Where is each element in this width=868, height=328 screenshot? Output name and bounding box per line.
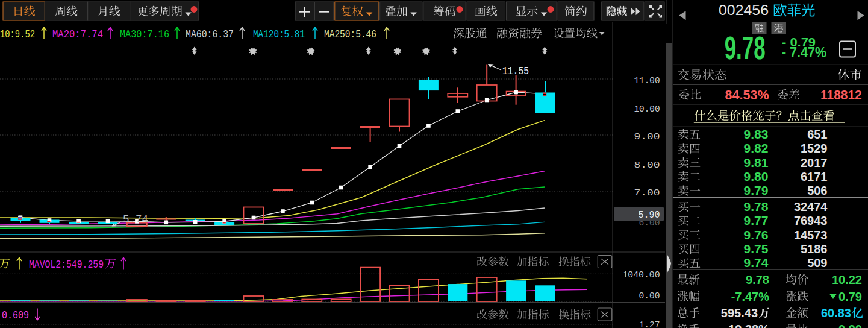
svg-text:7.00: 7.00 bbox=[634, 188, 660, 198]
svg-text:9.76: 9.76 bbox=[744, 229, 769, 242]
svg-text:10.00: 10.00 bbox=[634, 104, 660, 115]
svg-text:84.53%: 84.53% bbox=[725, 87, 769, 102]
svg-text:19.38%: 19.38% bbox=[728, 323, 769, 328]
svg-text:9.75: 9.75 bbox=[744, 242, 769, 256]
svg-text:10:9.52: 10:9.52 bbox=[0, 28, 35, 41]
svg-text:9.78: 9.78 bbox=[725, 30, 766, 66]
svg-text:1.27: 1.27 bbox=[639, 320, 660, 328]
svg-text:5.90: 5.90 bbox=[639, 209, 660, 221]
svg-text:506: 506 bbox=[807, 184, 827, 197]
svg-text:9.79: 9.79 bbox=[744, 184, 769, 197]
svg-text:5186: 5186 bbox=[801, 242, 828, 256]
svg-text:9.82: 9.82 bbox=[744, 142, 769, 155]
svg-text:-7.47%: -7.47% bbox=[731, 290, 770, 303]
svg-text:5.74: 5.74 bbox=[123, 213, 148, 226]
svg-text:0.90: 0.90 bbox=[838, 323, 862, 328]
svg-text:11.55: 11.55 bbox=[502, 65, 529, 78]
svg-text:60.83: 60.83 bbox=[821, 306, 851, 320]
svg-text:10.22: 10.22 bbox=[832, 273, 862, 286]
svg-text:32474: 32474 bbox=[794, 200, 828, 213]
svg-text:9.78: 9.78 bbox=[744, 200, 769, 213]
svg-text:MA120:5.81: MA120:5.81 bbox=[253, 28, 305, 41]
svg-text:8.00: 8.00 bbox=[634, 160, 660, 171]
svg-text:14573: 14573 bbox=[794, 229, 828, 242]
svg-text:595.43: 595.43 bbox=[721, 306, 758, 320]
svg-text:9.00: 9.00 bbox=[634, 131, 660, 142]
svg-text:MA250:5.46: MA250:5.46 bbox=[324, 28, 376, 41]
svg-text:2017: 2017 bbox=[801, 156, 828, 169]
svg-text:509: 509 bbox=[807, 256, 827, 270]
svg-text:11.00: 11.00 bbox=[634, 75, 660, 86]
svg-text:9.83: 9.83 bbox=[744, 128, 769, 141]
svg-text:0.609: 0.609 bbox=[2, 309, 29, 322]
svg-text:MA30:7.16: MA30:7.16 bbox=[120, 28, 169, 41]
svg-text:1529: 1529 bbox=[801, 142, 828, 155]
svg-text:1040.00: 1040.00 bbox=[623, 270, 660, 280]
svg-text:9.77: 9.77 bbox=[744, 214, 769, 227]
svg-text:0.79: 0.79 bbox=[838, 290, 862, 303]
svg-text:0.00: 0.00 bbox=[639, 291, 660, 301]
svg-text:MAVOL2:549.259: MAVOL2:549.259 bbox=[29, 258, 104, 271]
svg-text:- 7.47%: - 7.47% bbox=[782, 45, 826, 60]
svg-text:118812: 118812 bbox=[820, 87, 862, 102]
svg-text:76943: 76943 bbox=[794, 214, 828, 227]
svg-text:9.81: 9.81 bbox=[744, 156, 769, 169]
svg-text:9.80: 9.80 bbox=[744, 170, 769, 183]
svg-text:MA60:6.37: MA60:6.37 bbox=[186, 28, 234, 41]
svg-text:002456: 002456 bbox=[719, 2, 769, 18]
svg-text:651: 651 bbox=[807, 128, 827, 141]
svg-text:MA20:7.74: MA20:7.74 bbox=[52, 28, 103, 41]
svg-text:9.78: 9.78 bbox=[746, 273, 769, 286]
svg-text:6171: 6171 bbox=[801, 170, 828, 183]
svg-text:9.74: 9.74 bbox=[744, 256, 769, 270]
